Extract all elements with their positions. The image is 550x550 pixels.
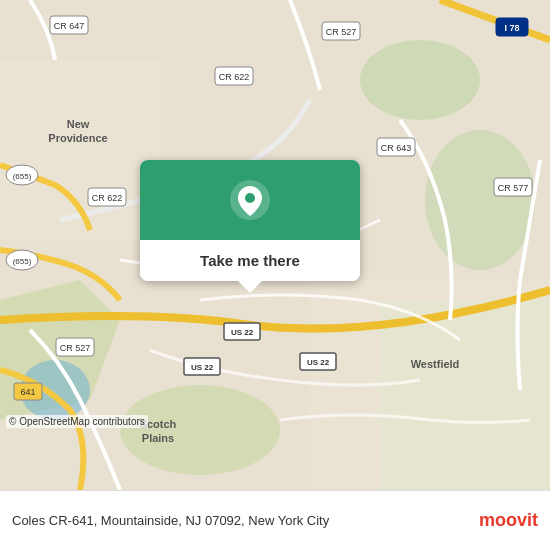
take-me-there-button[interactable]: Take me there	[140, 240, 360, 281]
svg-text:Plains: Plains	[142, 432, 174, 444]
svg-text:(655): (655)	[13, 257, 32, 266]
svg-text:US 22: US 22	[231, 328, 254, 337]
svg-text:641: 641	[20, 387, 35, 397]
osm-credit: © OpenStreetMap contributors	[6, 415, 148, 428]
moovit-logo: moovit	[479, 510, 538, 531]
svg-text:CR 622: CR 622	[92, 193, 123, 203]
svg-point-1	[360, 40, 480, 120]
location-pin-icon	[228, 178, 272, 222]
svg-text:New: New	[67, 118, 90, 130]
svg-point-4	[120, 385, 280, 475]
svg-text:Westfield: Westfield	[411, 358, 460, 370]
svg-text:CR 527: CR 527	[60, 343, 91, 353]
svg-text:CR 527: CR 527	[326, 27, 357, 37]
svg-text:Providence: Providence	[48, 132, 107, 144]
map-container: CR 647 CR 527 CR 622 CR 622 CR 643 I 78 …	[0, 0, 550, 490]
popup-card: Take me there	[140, 160, 360, 281]
popup-header	[140, 160, 360, 240]
address-text: Coles CR-641, Mountainside, NJ 07092, Ne…	[12, 513, 469, 528]
bottom-bar: Coles CR-641, Mountainside, NJ 07092, Ne…	[0, 490, 550, 550]
svg-text:CR 622: CR 622	[219, 72, 250, 82]
svg-text:US 22: US 22	[191, 363, 214, 372]
svg-point-45	[245, 193, 255, 203]
svg-text:CR 643: CR 643	[381, 143, 412, 153]
moovit-logo-text: moovit	[479, 510, 538, 531]
svg-text:CR 647: CR 647	[54, 21, 85, 31]
svg-text:US 22: US 22	[307, 358, 330, 367]
svg-text:(655): (655)	[13, 172, 32, 181]
svg-text:CR 577: CR 577	[498, 183, 529, 193]
svg-text:I 78: I 78	[504, 23, 519, 33]
